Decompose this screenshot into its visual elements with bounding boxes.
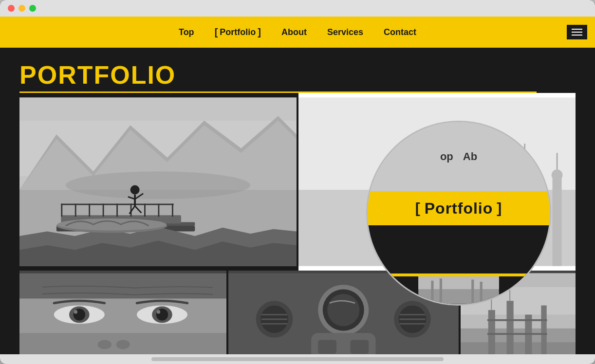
magnifier-nav-text: [ Portfolio ]	[415, 200, 502, 218]
magnifier-bracket-close: ]	[497, 200, 502, 217]
magnifier-industry-svg	[368, 276, 550, 304]
magnifier-bottom	[368, 225, 550, 304]
magnifier-inner: op Ab [ Portfolio ]	[368, 122, 550, 304]
browser-scrollbar	[0, 354, 595, 364]
maximize-button[interactable]	[29, 5, 36, 12]
magnifier-top-nav: op Ab	[440, 150, 477, 163]
svg-rect-83	[431, 281, 433, 304]
svg-rect-76	[541, 306, 546, 354]
minimize-button[interactable]	[19, 5, 25, 12]
svg-point-19	[130, 185, 140, 195]
svg-rect-72	[461, 342, 576, 354]
nav-portfolio-label: Portfolio	[220, 27, 256, 37]
svg-rect-12	[103, 204, 104, 217]
nav-item-contact[interactable]: Contact	[376, 23, 424, 41]
svg-rect-16	[158, 204, 160, 217]
svg-rect-18	[61, 204, 173, 205]
svg-point-50	[98, 340, 112, 349]
svg-rect-85	[471, 280, 474, 304]
svg-point-44	[74, 310, 78, 314]
hamburger-line-2	[572, 32, 582, 33]
svg-rect-10	[75, 204, 76, 217]
browser-content: Top [ Portfolio ] About Services Contact…	[0, 17, 595, 364]
svg-rect-17	[172, 204, 173, 217]
magnifier-navbar: [ Portfolio ]	[368, 191, 550, 225]
svg-rect-15	[144, 204, 146, 217]
magnifier-ab-text: Ab	[463, 150, 477, 163]
svg-rect-73	[488, 310, 495, 354]
svg-rect-84	[440, 279, 442, 304]
svg-rect-11	[89, 204, 90, 217]
main-content: PORTFOLIO	[0, 48, 595, 354]
svg-rect-74	[506, 301, 513, 354]
svg-rect-13	[116, 204, 118, 217]
magnifier-bracket-open: [	[415, 200, 421, 217]
svg-rect-86	[480, 282, 483, 304]
navbar: Top [ Portfolio ] About Services Contact	[0, 17, 595, 48]
face-svg	[19, 271, 226, 354]
svg-rect-77	[487, 319, 547, 321]
svg-point-34	[552, 169, 563, 181]
nav-item-top[interactable]: Top	[171, 23, 202, 41]
page-title: PORTFOLIO	[19, 62, 576, 88]
magnifier-op-text: op	[440, 150, 453, 163]
svg-rect-40	[19, 298, 226, 335]
svg-point-55	[327, 294, 359, 326]
svg-point-48	[157, 310, 161, 314]
hamburger-button[interactable]	[567, 25, 587, 39]
nav-item-portfolio[interactable]: [ Portfolio ]	[207, 23, 269, 42]
svg-rect-57	[318, 340, 337, 354]
face-photo	[19, 271, 226, 354]
nav-item-services[interactable]: Services	[319, 23, 371, 41]
browser-chrome	[0, 0, 595, 17]
svg-point-28	[57, 218, 167, 231]
svg-point-5	[66, 171, 250, 199]
svg-rect-32	[553, 176, 562, 266]
magnifier-circle: op Ab [ Portfolio ]	[366, 121, 551, 306]
bracket-open: [	[215, 27, 218, 38]
svg-rect-9	[61, 204, 62, 217]
magnifier-portfolio-label: Portfolio	[425, 200, 493, 218]
magnifier-top: op Ab	[368, 122, 550, 191]
close-button[interactable]	[8, 5, 15, 12]
svg-point-51	[116, 340, 130, 349]
nav-items: Top [ Portfolio ] About Services Contact	[171, 23, 424, 42]
svg-rect-82	[418, 276, 499, 289]
hamburger-line-3	[572, 35, 582, 36]
mountain-photo	[19, 93, 297, 271]
svg-rect-58	[351, 340, 369, 354]
bracket-close: ]	[258, 27, 261, 38]
hamburger-line-1	[572, 29, 582, 30]
nav-item-about[interactable]: About	[274, 23, 315, 41]
svg-rect-78	[487, 333, 547, 335]
scrollbar-track[interactable]	[151, 357, 444, 361]
browser-window: Top [ Portfolio ] About Services Contact…	[0, 0, 595, 364]
mountain-svg	[19, 93, 297, 271]
